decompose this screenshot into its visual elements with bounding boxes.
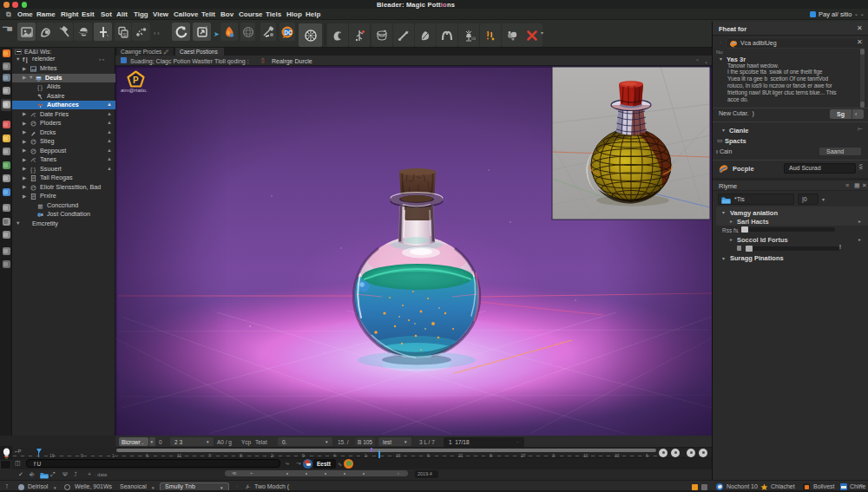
- svg-text:aim@rtatio.: aim@rtatio.: [121, 88, 148, 93]
- svg-text:data: data: [471, 36, 476, 41]
- svg-text:DC: DC: [284, 29, 293, 35]
- svg-text:P: P: [133, 75, 139, 85]
- svg-text:S: S: [122, 31, 126, 36]
